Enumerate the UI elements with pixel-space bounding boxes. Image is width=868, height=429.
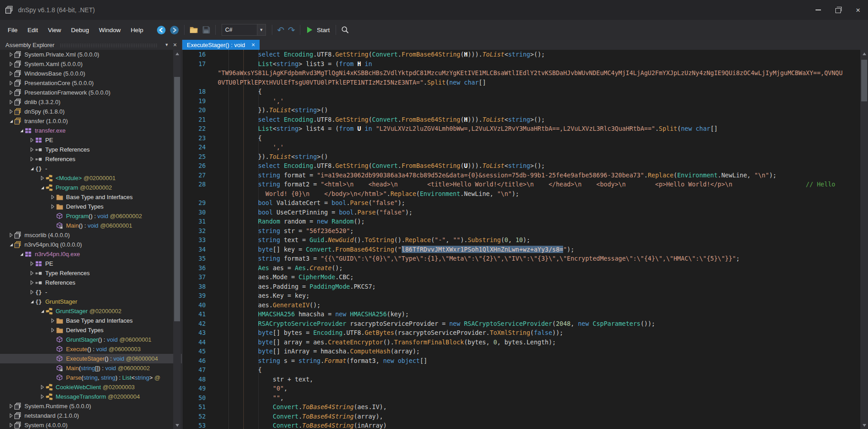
expander-icon[interactable] xyxy=(7,233,14,238)
expander-icon[interactable] xyxy=(7,90,14,95)
code-line[interactable]: 45 byte[] inArray = hmacsha.ComputeHash(… xyxy=(182,347,860,356)
expander-icon[interactable] xyxy=(18,128,25,133)
code-line[interactable]: 46 string s = string.Format(format3, new… xyxy=(182,356,860,366)
tree-item[interactable]: Main() : void @06000001 xyxy=(0,221,182,230)
expander-icon[interactable] xyxy=(7,109,14,114)
tree-scrollbar-thumb[interactable] xyxy=(174,77,180,321)
expander-icon[interactable] xyxy=(28,138,35,143)
navigate-forward-button[interactable] xyxy=(170,25,179,35)
expander-icon[interactable] xyxy=(28,271,35,276)
code-line[interactable]: 37 aes.Mode = CipherMode.CBC; xyxy=(182,272,860,282)
expander-icon[interactable] xyxy=(7,423,14,428)
code-line[interactable]: 52 Convert.ToBase64String(array), xyxy=(182,412,860,421)
tree-item[interactable]: Type References xyxy=(0,145,182,154)
code-line[interactable]: 19 ',' xyxy=(182,96,860,106)
expander-icon[interactable] xyxy=(28,157,35,162)
expander-icon[interactable] xyxy=(7,100,14,105)
tree-scrollbar[interactable] xyxy=(173,50,181,429)
redo-button[interactable]: ↷ xyxy=(288,26,295,34)
code-line[interactable]: 26 select Encoding.UTF8.GetString(Conver… xyxy=(182,161,860,171)
expander-icon[interactable] xyxy=(38,385,46,390)
tree-item[interactable]: Base Type and Interfaces xyxy=(0,316,182,325)
code-line[interactable]: 36 Aes aes = Aes.Create(); xyxy=(182,263,860,273)
tree-item[interactable]: System.Runtime (5.0.0.0) xyxy=(0,401,182,411)
menu-debug[interactable]: Debug xyxy=(66,24,94,36)
code-line[interactable]: "TW96aWxsYS81LjAgKFdpbmRvd3MgTlQgNi4xKSB… xyxy=(182,68,860,78)
tree-item[interactable]: {}- xyxy=(0,287,182,297)
save-all-button[interactable] xyxy=(202,26,210,34)
tree-item[interactable]: netstandard (2.1.0.0) xyxy=(0,411,182,420)
code-line[interactable]: 35 string format3 = "{{\"GUID\":\"{0}\",… xyxy=(182,254,860,263)
tree-item[interactable]: Execute() : void @06000003 xyxy=(0,344,182,354)
expander-icon[interactable] xyxy=(49,318,56,323)
code-line[interactable]: 29 bool ValidateCert = bool.Parse("false… xyxy=(182,198,860,208)
scroll-up-icon[interactable] xyxy=(860,50,868,57)
menu-help[interactable]: Help xyxy=(126,24,148,36)
tree-item[interactable]: {}- xyxy=(0,164,182,173)
menu-window[interactable]: Window xyxy=(94,24,126,36)
tree-item[interactable]: PresentationFramework (5.0.0.0) xyxy=(0,88,182,97)
expander-icon[interactable] xyxy=(28,166,35,171)
tree-item[interactable]: References xyxy=(0,154,182,164)
code-line[interactable]: 18 { xyxy=(182,87,860,96)
code-line[interactable]: 53 Convert.ToBase64String(inArray) xyxy=(182,421,860,429)
tree-item[interactable]: n3rv54pn.l0q (0.0.0.0) xyxy=(0,240,182,249)
expander-icon[interactable] xyxy=(38,185,46,190)
tree-item[interactable]: System (4.0.0.0) xyxy=(0,420,182,429)
menu-file[interactable]: File xyxy=(3,24,23,36)
start-debug-button[interactable]: Start xyxy=(306,26,330,33)
tree-item[interactable]: Program @02000002 xyxy=(0,183,182,192)
tree-item[interactable]: References xyxy=(0,278,182,287)
code-line[interactable]: 16 select Encoding.UTF8.GetString(Conver… xyxy=(182,50,860,59)
scroll-down-icon[interactable] xyxy=(173,421,181,429)
expander-icon[interactable] xyxy=(49,204,56,209)
tree-item[interactable]: GruntStager() : void @06000001 xyxy=(0,335,182,344)
scroll-up-icon[interactable] xyxy=(173,50,181,57)
search-button[interactable] xyxy=(341,26,349,34)
tree-item[interactable]: dnSpy (6.1.8.0) xyxy=(0,107,182,116)
tab-close-icon[interactable]: × xyxy=(251,41,255,48)
chevron-down-icon[interactable]: ▼ xyxy=(257,24,266,35)
expander-icon[interactable] xyxy=(28,261,35,266)
expander-icon[interactable] xyxy=(38,309,46,314)
editor-scrollbar-thumb[interactable] xyxy=(861,60,867,101)
expander-icon[interactable] xyxy=(7,52,14,57)
tree-item[interactable]: MessageTransform @02000004 xyxy=(0,392,182,401)
expander-icon[interactable] xyxy=(7,119,14,124)
tree-item[interactable]: transfer.exe xyxy=(0,126,182,135)
open-file-button[interactable] xyxy=(190,26,199,34)
tree-item[interactable]: GruntStager @02000002 xyxy=(0,306,182,316)
close-button[interactable]: × xyxy=(848,0,868,20)
tree-item[interactable]: mscorlib (4.0.0.0) xyxy=(0,230,182,240)
code-line[interactable]: 30 bool UseCertPinning = bool.Parse("fal… xyxy=(182,208,860,217)
expander-icon[interactable] xyxy=(28,299,35,304)
tree-item[interactable]: n3rv54pn.l0q.exe xyxy=(0,249,182,259)
restore-button[interactable] xyxy=(828,0,848,20)
tree-item[interactable]: {}GruntStager xyxy=(0,297,182,306)
language-combobox[interactable]: C# ▼ xyxy=(222,24,266,36)
code-line[interactable]: 31 Random random = new Random(); xyxy=(182,217,860,226)
code-line[interactable]: 50 "", xyxy=(182,393,860,403)
menu-view[interactable]: View xyxy=(43,24,66,36)
expander-icon[interactable] xyxy=(7,81,14,86)
code-line[interactable]: 48 str + text, xyxy=(182,375,860,384)
expander-icon[interactable] xyxy=(7,242,14,247)
panel-close-icon[interactable]: × xyxy=(171,40,179,50)
code-line[interactable]: 49 "0", xyxy=(182,384,860,393)
code-line[interactable]: 28 string format2 = "<html>\n <head>\n <… xyxy=(182,180,860,189)
menu-edit[interactable]: Edit xyxy=(23,24,43,36)
tree-item[interactable]: System.Private.Xml (5.0.0.0) xyxy=(0,50,182,59)
tree-item[interactable]: transfer (1.0.0.0) xyxy=(0,116,182,126)
scroll-down-icon[interactable] xyxy=(860,421,868,429)
expander-icon[interactable] xyxy=(7,71,14,76)
code-line[interactable]: 25 }).ToList<string>() xyxy=(182,152,860,162)
tree-item[interactable]: System.Xaml (5.0.0.0) xyxy=(0,59,182,69)
expander-icon[interactable] xyxy=(38,176,46,181)
editor-scrollbar[interactable] xyxy=(860,50,868,429)
code-line[interactable]: 32 string str = "56f236e520"; xyxy=(182,226,860,236)
expander-icon[interactable] xyxy=(49,328,56,333)
tree-item[interactable]: Program() : void @06000002 xyxy=(0,211,182,221)
code-line[interactable]: World! {0}\n </body>\n</html>".Replace(E… xyxy=(182,189,860,199)
tree-item[interactable]: Derived Types xyxy=(0,325,182,335)
code-line[interactable]: 27 string format = "i=a19ea23062db990386… xyxy=(182,171,860,180)
